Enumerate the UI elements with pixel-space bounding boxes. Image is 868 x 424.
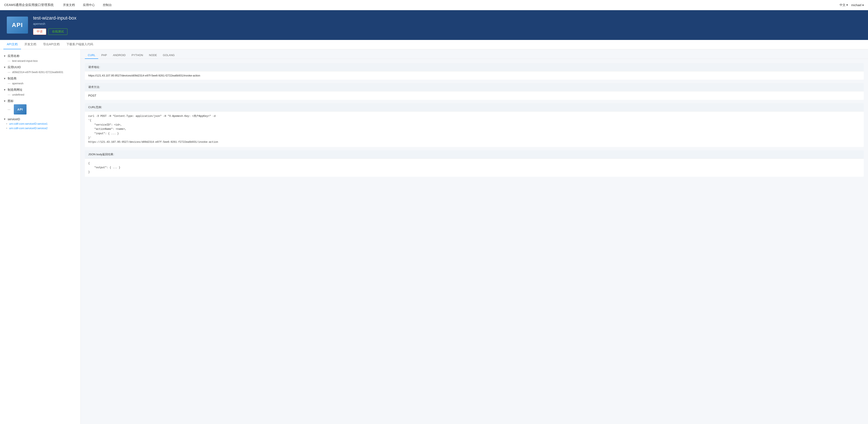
request-method-label: 请求方法: — [85, 83, 864, 91]
label-mfr-url: 制造商网址 — [8, 88, 23, 92]
main-tab-bar: API文档 开发文档 导出API文档 下载客户端接入代码 — [0, 40, 868, 49]
tree-label-manufacturer: ▼ 制造商 — [0, 76, 81, 81]
label-manufacturer: 制造商 — [8, 77, 17, 81]
app-icon-text: API — [12, 22, 23, 28]
nav-console[interactable]: 控制台 — [102, 3, 113, 7]
request-url-block: 请求地址: https://121.43.107.95:9527/devices… — [85, 63, 864, 80]
online-test-button[interactable]: 在线测试 — [49, 28, 67, 35]
code-tabs: CURL PHP ANDROID PYTHON NODE GOLANG — [81, 49, 868, 59]
app-info: test-wizard-input-box apemesh 申请 在线测试 — [33, 15, 861, 35]
value-mfr-url: — undefined — [0, 92, 81, 97]
tab-dev-docs[interactable]: 开发文档 — [21, 40, 40, 49]
json-response-label: JSON body返回结果: — [85, 150, 864, 159]
tree-node-serviceid: ▼ serviceID + urn:cdif-com:serviceID:ser… — [0, 116, 81, 131]
label-uuid: 应用UUID — [8, 65, 21, 69]
json-response-code: { "output": { ... } } — [85, 159, 864, 177]
toggle-mfr-url[interactable]: ▼ — [3, 88, 7, 91]
tree-label-mfr-url: ▼ 制造商网址 — [0, 87, 81, 92]
code-content: 请求地址: https://121.43.107.95:9527/devices… — [81, 59, 868, 185]
tree-node-uuid: ▼ 应用UUID — d09d2314-e97f-5ee6-9261-f2722… — [0, 64, 81, 75]
code-tab-python[interactable]: PYTHON — [128, 52, 146, 59]
label-serviceid: serviceID — [8, 117, 20, 121]
request-url-label: 请求地址: — [85, 63, 864, 72]
code-tab-golang[interactable]: GOLANG — [160, 52, 178, 59]
value-manufacturer: — apemesh — [0, 81, 81, 86]
app-icon: API — [7, 17, 28, 34]
code-tab-node[interactable]: NODE — [146, 52, 160, 59]
request-method-value: POST — [85, 91, 864, 100]
label-appname: 应用名称 — [8, 54, 20, 58]
tree-node-mfr-url: ▼ 制造商网址 — undefined — [0, 86, 81, 98]
curl-example-block: CURL范例: curl -X POST -H "Content-Type: a… — [85, 103, 864, 147]
json-response-block: JSON body返回结果: { "output": { ... } } — [85, 150, 864, 177]
apply-button[interactable]: 申请 — [33, 28, 46, 35]
tab-export-api[interactable]: 导出API文档 — [40, 40, 63, 49]
curl-example-label: CURL范例: — [85, 103, 864, 112]
toggle-serviceid[interactable]: ▼ — [3, 118, 7, 121]
app-title: test-wizard-input-box — [33, 15, 861, 21]
request-url-value: https://121.43.107.95:9527/devices/d09d2… — [85, 72, 864, 80]
value-icon: — API — [0, 104, 81, 115]
tree-label-serviceid: ▼ serviceID — [0, 117, 81, 121]
tree-label-icon: ▼ 图标 — [0, 98, 81, 104]
language-selector[interactable]: 中文 ▾ — [840, 3, 848, 7]
service-item-2[interactable]: + urn:cdif-com:serviceID:service2 — [0, 126, 81, 131]
value-appname: — test-wizard-input-box — [0, 59, 81, 63]
tree-node-icon: ▼ 图标 — API — [0, 98, 81, 116]
code-tab-curl[interactable]: CURL — [85, 52, 98, 59]
main-content: ▼ 应用名称 — test-wizard-input-box ▼ 应用UUID … — [0, 49, 868, 424]
value-uuid: — d09d2314-e97f-5ee6-9261-f2722ea6b931 — [0, 70, 81, 74]
tab-download-client[interactable]: 下载客户端接入代码 — [63, 40, 96, 49]
right-panel: CURL PHP ANDROID PYTHON NODE GOLANG 请求地址… — [81, 49, 868, 424]
curl-example-code: curl -X POST -H "Content-Type: applicati… — [85, 112, 864, 147]
tree-icon-image: API — [14, 104, 27, 114]
tree-label-appname: ▼ 应用名称 — [0, 54, 81, 59]
nav-links: 开发文档 应用中心 控制台 — [62, 3, 840, 7]
code-tab-php[interactable]: PHP — [98, 52, 110, 59]
top-nav: CEAMS通用企业应用接口管理系统 开发文档 应用中心 控制台 中文 ▾ mic… — [0, 0, 868, 10]
nav-app-center[interactable]: 应用中心 — [82, 3, 96, 7]
app-actions: 申请 在线测试 — [33, 28, 861, 35]
toggle-uuid[interactable]: ▼ — [3, 66, 7, 69]
user-menu[interactable]: michael ▾ — [851, 3, 864, 7]
tree-node-appname: ▼ 应用名称 — test-wizard-input-box — [0, 53, 81, 64]
code-tab-android[interactable]: ANDROID — [110, 52, 128, 59]
nav-right: 中文 ▾ michael ▾ — [840, 3, 864, 7]
tree-node-manufacturer: ▼ 制造商 — apemesh — [0, 75, 81, 86]
tree-label-uuid: ▼ 应用UUID — [0, 65, 81, 70]
tab-api-docs[interactable]: API文档 — [3, 40, 21, 49]
app-header: API test-wizard-input-box apemesh 申请 在线测… — [0, 10, 868, 40]
toggle-appname[interactable]: ▼ — [3, 55, 7, 58]
service-item-1[interactable]: + urn:cdif-com:serviceID:service1 — [0, 121, 81, 126]
toggle-icon[interactable]: ▼ — [3, 100, 7, 103]
toggle-manufacturer[interactable]: ▼ — [3, 77, 7, 80]
app-subtitle: apemesh — [33, 22, 861, 26]
left-panel: ▼ 应用名称 — test-wizard-input-box ▼ 应用UUID … — [0, 49, 81, 424]
nav-dev-docs[interactable]: 开发文档 — [62, 3, 76, 7]
request-method-block: 请求方法: POST — [85, 83, 864, 100]
brand-title: CEAMS通用企业应用接口管理系统 — [4, 3, 54, 7]
label-icon: 图标 — [8, 99, 13, 103]
